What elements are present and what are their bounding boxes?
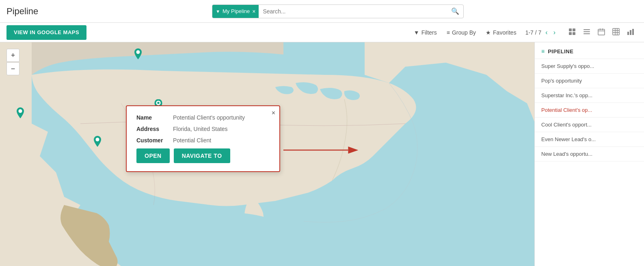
chart-view-button[interactable] xyxy=(624,26,638,39)
map-controls: + − xyxy=(6,49,19,75)
address-value: Florida, United States xyxy=(173,126,270,132)
filter-tag-label: My Pipeline xyxy=(223,8,250,14)
name-label: Name xyxy=(136,114,173,121)
svg-rect-11 xyxy=(613,28,619,35)
filters-button[interactable]: ▼ Filters xyxy=(410,27,441,38)
calendar-view-button[interactable] xyxy=(594,26,608,39)
header-center: ▼ My Pipeline × 🔍 xyxy=(38,4,638,18)
sidebar-item-3[interactable]: Potential Client's op... xyxy=(535,103,644,118)
pagination-next[interactable]: › xyxy=(552,28,557,37)
svg-rect-4 xyxy=(583,29,590,30)
main-area: + − xyxy=(0,42,644,266)
toolbar: VIEW IN GOOGLE MAPS ▼ Filters ≡ Group By… xyxy=(0,23,644,42)
view-icons xyxy=(565,26,638,39)
group-by-icon: ≡ xyxy=(447,29,450,36)
sidebar-header: ≡ PIPELINE xyxy=(535,42,644,59)
navigate-to-button[interactable]: NAVIGATE TO xyxy=(174,148,230,163)
svg-point-20 xyxy=(136,50,140,54)
sidebar-item-4[interactable]: Cool Client's opport... xyxy=(535,118,644,132)
svg-point-23 xyxy=(157,102,160,104)
app-title: Pipeline xyxy=(6,6,38,17)
popup-card: × Name Potential Client's opportunity Ad… xyxy=(126,105,280,172)
sidebar-item-6[interactable]: New Lead's opportu... xyxy=(535,147,644,161)
search-bar: ▼ My Pipeline × 🔍 xyxy=(212,4,464,18)
pagination-prev[interactable]: ‹ xyxy=(544,28,549,37)
address-label: Address xyxy=(136,126,173,132)
sidebar-icon: ≡ xyxy=(541,48,545,55)
map-pin-4[interactable] xyxy=(92,136,103,152)
svg-rect-16 xyxy=(627,32,629,35)
map-pin-2[interactable] xyxy=(15,107,26,124)
popup-name-row: Name Potential Client's opportunity xyxy=(136,114,270,121)
grid-view-button[interactable] xyxy=(609,26,623,39)
svg-rect-7 xyxy=(598,29,605,35)
popup-actions: OPEN NAVIGATE TO xyxy=(136,148,270,163)
svg-rect-2 xyxy=(569,32,572,35)
svg-rect-3 xyxy=(573,32,575,35)
popup-customer-row: Customer Potential Client xyxy=(136,137,270,144)
filter-icon: ▼ xyxy=(414,29,419,36)
popup-close-button[interactable]: × xyxy=(272,109,275,117)
svg-rect-17 xyxy=(630,30,631,35)
map-container[interactable]: + − xyxy=(0,42,534,266)
svg-rect-1 xyxy=(573,28,575,31)
list-view-button[interactable] xyxy=(580,26,594,39)
map-pin-1[interactable] xyxy=(132,48,144,65)
name-value: Potential Client's opportunity xyxy=(173,114,270,121)
svg-rect-18 xyxy=(632,29,634,35)
sidebar-title: PIPELINE xyxy=(548,48,573,55)
svg-rect-5 xyxy=(583,31,590,32)
svg-point-24 xyxy=(96,138,99,142)
pagination-text: 1-7 / 7 xyxy=(525,29,542,36)
sidebar-list: Super Supply's oppo... Pop's opportunity… xyxy=(535,59,644,161)
kanban-view-button[interactable] xyxy=(565,26,579,39)
sidebar: ≡ PIPELINE Super Supply's oppo... Pop's … xyxy=(534,42,644,266)
zoom-in-button[interactable]: + xyxy=(6,49,19,62)
filter-tag[interactable]: ▼ My Pipeline × xyxy=(212,5,259,18)
filters-label: Filters xyxy=(421,29,437,36)
sidebar-item-2[interactable]: Superstar Inc.'s opp... xyxy=(535,88,644,103)
favorites-label: Favorites xyxy=(493,29,516,36)
favorites-button[interactable]: ★ Favorites xyxy=(482,27,521,38)
group-by-label: Group By xyxy=(452,29,476,36)
svg-point-21 xyxy=(19,109,22,113)
app-header: Pipeline ▼ My Pipeline × 🔍 xyxy=(0,0,644,23)
star-icon: ★ xyxy=(486,29,491,36)
view-google-maps-button[interactable]: VIEW IN GOOGLE MAPS xyxy=(6,25,86,40)
customer-value: Potential Client xyxy=(173,137,270,144)
search-input[interactable] xyxy=(259,5,447,18)
filter-icon: ▼ xyxy=(216,9,220,14)
sidebar-item-0[interactable]: Super Supply's oppo... xyxy=(535,59,644,74)
toolbar-left: VIEW IN GOOGLE MAPS xyxy=(6,25,86,40)
open-button[interactable]: OPEN xyxy=(136,148,170,163)
toolbar-right: ▼ Filters ≡ Group By ★ Favorites 1-7 / 7… xyxy=(410,26,638,39)
sidebar-item-1[interactable]: Pop's opportunity xyxy=(535,74,644,88)
group-by-button[interactable]: ≡ Group By xyxy=(443,27,480,38)
popup-address-row: Address Florida, United States xyxy=(136,126,270,132)
search-button[interactable]: 🔍 xyxy=(447,7,463,15)
zoom-out-button[interactable]: − xyxy=(6,62,19,75)
filter-tag-close[interactable]: × xyxy=(252,8,255,15)
pagination: 1-7 / 7 ‹ › xyxy=(525,28,557,37)
customer-label: Customer xyxy=(136,137,173,144)
svg-rect-6 xyxy=(583,33,590,34)
sidebar-item-5[interactable]: Even Newer Lead's o... xyxy=(535,132,644,147)
svg-rect-0 xyxy=(569,28,572,31)
